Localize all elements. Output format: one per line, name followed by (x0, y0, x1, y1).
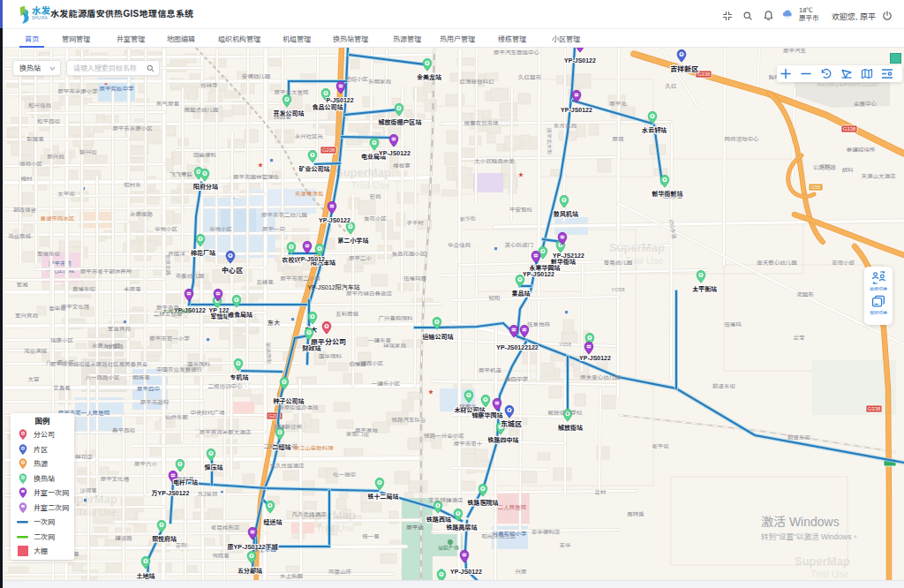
svg-text:华众佳苑: 华众佳苑 (448, 242, 471, 248)
svg-text:伍藩玛: 伍藩玛 (724, 321, 742, 328)
svg-text:青年街: 青年街 (49, 305, 66, 312)
svg-text:九久优选酒店: 九久优选酒店 (270, 463, 305, 469)
svg-text:铁路一分会小区: 铁路一分会小区 (424, 433, 464, 439)
svg-text:经适站: 经适站 (264, 518, 282, 526)
svg-text:太平衡站: 太平衡站 (692, 285, 717, 292)
svg-text:丰原巷: 丰原巷 (124, 286, 141, 292)
svg-text:原平市第十: 原平市第十 (454, 441, 483, 447)
svg-text:Trial Use: Trial Use (316, 523, 355, 533)
svg-text:国华饲料: 国华饲料 (319, 353, 343, 359)
svg-text:天津童汤包: 天津童汤包 (295, 191, 324, 197)
svg-text:前进东街: 前进东街 (712, 383, 736, 389)
svg-text:志华便利店: 志华便利店 (531, 529, 561, 535)
svg-text:华悦小区: 华悦小区 (209, 226, 233, 232)
svg-text:原平北大医院: 原平北大医院 (275, 89, 310, 95)
svg-text:军宿东街: 军宿东街 (37, 251, 61, 257)
svg-text:鸿业商城: 鸿业商城 (8, 233, 32, 239)
svg-text:原平市永康小学: 原平市永康小学 (57, 88, 98, 94)
svg-text:水上乐园: 水上乐园 (280, 573, 303, 579)
svg-text:凤凰山庄: 凤凰山庄 (328, 569, 352, 575)
svg-text:食品花园小区: 食品花园小区 (392, 251, 427, 257)
svg-text:体育路: 体育路 (106, 343, 124, 350)
svg-text:郝兴苑: 郝兴苑 (47, 154, 64, 160)
svg-text:解放街站: 解放街站 (558, 424, 583, 432)
svg-text:祥瑞家苑: 祥瑞家苑 (383, 343, 407, 349)
svg-text:050乡道: 050乡道 (663, 193, 682, 200)
svg-text:回能便利: 回能便利 (193, 152, 216, 158)
svg-text:原平二小: 原平二小 (349, 255, 373, 261)
svg-text:新华街: 新华街 (460, 215, 477, 222)
svg-text:原平市政府: 原平市政府 (140, 399, 170, 405)
svg-text:盛惠农贸市场: 盛惠农贸市场 (464, 120, 500, 126)
svg-text:妙祥寺: 妙祥寺 (200, 82, 218, 88)
svg-text:原平市园林管理处: 原平市园林管理处 (233, 174, 280, 180)
svg-text:平安驾校: 平安驾校 (509, 207, 533, 213)
svg-text:YP-JS0122: YP-JS0122 (523, 271, 554, 277)
svg-text:Trial Use: Trial Use (625, 255, 664, 266)
svg-text:前进东街: 前进东街 (787, 434, 811, 441)
svg-text:铁十二局站: 铁十二局站 (368, 493, 399, 501)
svg-text:P-JS0122: P-JS0122 (326, 97, 353, 103)
svg-text:鲜花店: 鲜花店 (75, 454, 93, 460)
svg-text:锦察华围站: 锦察华围站 (472, 411, 503, 419)
svg-text:永兴社区光: 永兴社区光 (295, 133, 324, 139)
svg-text:★: ★ (518, 172, 524, 177)
svg-text:原平市第一小学: 原平市第一小学 (149, 335, 190, 342)
svg-text:瑞康小区: 瑞康小区 (50, 337, 74, 343)
svg-text:永康南路: 永康南路 (130, 211, 154, 217)
svg-text:原平文化墙: 原平文化墙 (101, 476, 130, 482)
svg-text:安傅幼儿园: 安傅幼儿园 (242, 73, 271, 79)
svg-text:老百姓布店: 老百姓布店 (211, 524, 240, 531)
svg-text:久红: 久红 (666, 83, 678, 89)
svg-text:子干村: 子干村 (406, 220, 424, 226)
svg-text:文昌巷: 文昌巷 (53, 385, 71, 391)
svg-text:YP-JS0122: YP-JS0122 (319, 217, 350, 223)
svg-text:水云轩站: 水云轩站 (642, 126, 667, 134)
svg-text:一建乐小区: 一建乐小区 (372, 381, 401, 387)
svg-text:SuperMap: SuperMap (609, 241, 665, 254)
svg-text:激活 Windows: 激活 Windows (761, 515, 840, 529)
svg-text:军兴宾苑: 军兴宾苑 (15, 313, 39, 319)
svg-text:金美龙站: 金美龙站 (417, 73, 441, 81)
svg-text:YO58: YO58 (611, 287, 625, 292)
svg-text:YP-JS012阳汽车站: YP-JS012阳汽车站 (307, 283, 360, 290)
svg-text:兴原: 兴原 (516, 569, 528, 575)
svg-text:万YP-JS0122: 万YP-JS0122 (152, 490, 190, 497)
svg-text:伍藩玛商: 伍藩玛商 (403, 275, 427, 282)
svg-text:东方名苑: 东方名苑 (554, 123, 577, 129)
svg-text:食品公司站: 食品公司站 (313, 104, 343, 111)
svg-text:一建东巷: 一建东巷 (368, 337, 392, 343)
svg-text:原平市永康小区: 原平市永康小区 (112, 125, 153, 132)
svg-text:熙悦府站: 熙悦府站 (152, 535, 177, 543)
svg-text:YP-JS0122122: YP-JS0122122 (496, 344, 539, 351)
svg-text:食花小区: 食花小区 (364, 215, 388, 222)
svg-text:恒压站: 恒压站 (205, 464, 223, 471)
svg-text:泰建招待所: 泰建招待所 (847, 147, 876, 153)
svg-text:原平四中: 原平四中 (137, 386, 160, 392)
svg-text:和兴佳苑: 和兴佳苑 (28, 102, 52, 109)
svg-text:铁路汽车队合: 铁路汽车队合 (392, 417, 427, 423)
svg-text:运输公司站: 运输公司站 (423, 333, 454, 341)
svg-text:家愿门业: 家愿门业 (346, 431, 370, 437)
svg-text:SuperMap: SuperMap (335, 166, 391, 179)
svg-text:中心区: 中心区 (222, 267, 243, 275)
svg-text:宏苑: 宏苑 (370, 193, 382, 200)
svg-text:伍基悦府: 伍基悦府 (527, 321, 551, 328)
svg-text:廉四中学: 廉四中学 (505, 376, 529, 382)
svg-text:宿苑小区: 宿苑小区 (19, 161, 43, 167)
svg-text:泥超布: 泥超布 (796, 291, 814, 298)
svg-text:仙桥东郡: 仙桥东郡 (165, 414, 189, 420)
svg-text:华悦小区: 华悦小区 (154, 226, 178, 232)
svg-text:吉列: 吉列 (176, 542, 187, 548)
svg-text:YP-JS0122: YP-JS0122 (450, 569, 482, 575)
svg-text:专机站: 专机站 (230, 374, 249, 381)
svg-text:市委幼儿园: 市委幼儿园 (176, 273, 205, 279)
svg-text:南天慈心幼儿园: 南天慈心幼儿园 (757, 260, 797, 266)
svg-text:军鑫宾苑: 军鑫宾苑 (108, 326, 132, 332)
svg-text:府西巷: 府西巷 (274, 114, 291, 120)
svg-text:解放街小学校: 解放街小学校 (548, 410, 584, 416)
svg-text:鸿业满城: 鸿业满城 (24, 348, 48, 354)
svg-text:YP-JS0122: YP-JS0122 (579, 355, 611, 361)
svg-text:原平分公司: 原平分公司 (311, 338, 346, 346)
svg-text:YP-JS2122: YP-JS2122 (553, 253, 584, 259)
